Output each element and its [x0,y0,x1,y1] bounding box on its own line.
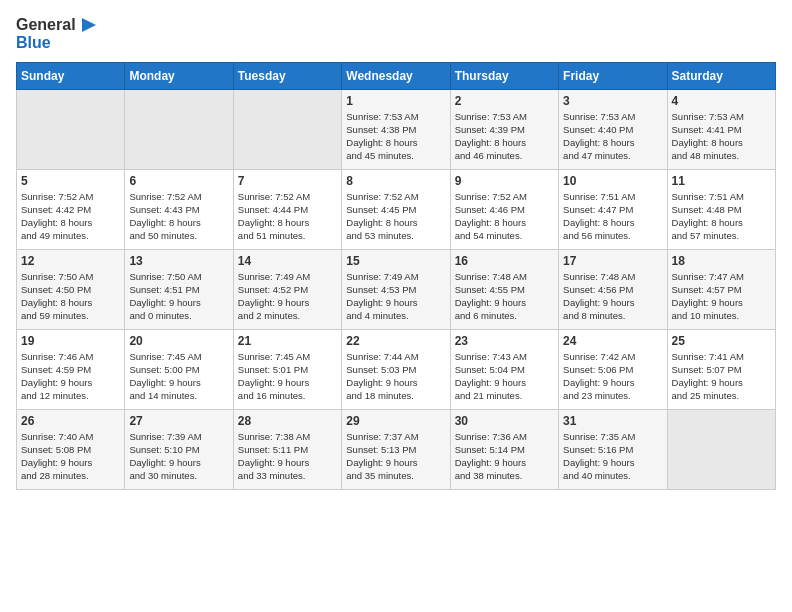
day-number: 28 [238,414,337,428]
day-number: 12 [21,254,120,268]
logo: General Blue [16,16,96,52]
calendar-cell: 14Sunrise: 7:49 AM Sunset: 4:52 PM Dayli… [233,249,341,329]
calendar-week-row: 19Sunrise: 7:46 AM Sunset: 4:59 PM Dayli… [17,329,776,409]
calendar-cell: 24Sunrise: 7:42 AM Sunset: 5:06 PM Dayli… [559,329,667,409]
day-info: Sunrise: 7:45 AM Sunset: 5:00 PM Dayligh… [129,350,228,403]
day-number: 17 [563,254,662,268]
calendar-cell: 11Sunrise: 7:51 AM Sunset: 4:48 PM Dayli… [667,169,775,249]
calendar-cell [17,89,125,169]
calendar-cell: 3Sunrise: 7:53 AM Sunset: 4:40 PM Daylig… [559,89,667,169]
calendar-cell: 21Sunrise: 7:45 AM Sunset: 5:01 PM Dayli… [233,329,341,409]
calendar-cell: 1Sunrise: 7:53 AM Sunset: 4:38 PM Daylig… [342,89,450,169]
day-number: 14 [238,254,337,268]
weekday-header-tuesday: Tuesday [233,62,341,89]
day-info: Sunrise: 7:52 AM Sunset: 4:46 PM Dayligh… [455,190,554,243]
calendar-cell: 31Sunrise: 7:35 AM Sunset: 5:16 PM Dayli… [559,409,667,489]
day-number: 22 [346,334,445,348]
day-info: Sunrise: 7:46 AM Sunset: 4:59 PM Dayligh… [21,350,120,403]
logo-general: General [16,16,76,34]
day-info: Sunrise: 7:38 AM Sunset: 5:11 PM Dayligh… [238,430,337,483]
day-number: 3 [563,94,662,108]
calendar-cell: 17Sunrise: 7:48 AM Sunset: 4:56 PM Dayli… [559,249,667,329]
day-number: 9 [455,174,554,188]
calendar-cell [125,89,233,169]
day-info: Sunrise: 7:41 AM Sunset: 5:07 PM Dayligh… [672,350,771,403]
day-number: 8 [346,174,445,188]
day-info: Sunrise: 7:40 AM Sunset: 5:08 PM Dayligh… [21,430,120,483]
calendar-cell: 2Sunrise: 7:53 AM Sunset: 4:39 PM Daylig… [450,89,558,169]
day-number: 21 [238,334,337,348]
day-info: Sunrise: 7:47 AM Sunset: 4:57 PM Dayligh… [672,270,771,323]
day-number: 7 [238,174,337,188]
day-info: Sunrise: 7:43 AM Sunset: 5:04 PM Dayligh… [455,350,554,403]
weekday-header-sunday: Sunday [17,62,125,89]
day-number: 6 [129,174,228,188]
calendar-cell: 27Sunrise: 7:39 AM Sunset: 5:10 PM Dayli… [125,409,233,489]
day-info: Sunrise: 7:53 AM Sunset: 4:40 PM Dayligh… [563,110,662,163]
day-info: Sunrise: 7:48 AM Sunset: 4:56 PM Dayligh… [563,270,662,323]
day-info: Sunrise: 7:53 AM Sunset: 4:41 PM Dayligh… [672,110,771,163]
day-info: Sunrise: 7:51 AM Sunset: 4:47 PM Dayligh… [563,190,662,243]
day-info: Sunrise: 7:52 AM Sunset: 4:45 PM Dayligh… [346,190,445,243]
calendar-cell: 25Sunrise: 7:41 AM Sunset: 5:07 PM Dayli… [667,329,775,409]
calendar-cell: 22Sunrise: 7:44 AM Sunset: 5:03 PM Dayli… [342,329,450,409]
day-number: 24 [563,334,662,348]
day-number: 31 [563,414,662,428]
weekday-header-friday: Friday [559,62,667,89]
calendar-week-row: 26Sunrise: 7:40 AM Sunset: 5:08 PM Dayli… [17,409,776,489]
day-number: 10 [563,174,662,188]
day-number: 4 [672,94,771,108]
calendar-cell: 5Sunrise: 7:52 AM Sunset: 4:42 PM Daylig… [17,169,125,249]
day-number: 19 [21,334,120,348]
calendar-cell: 16Sunrise: 7:48 AM Sunset: 4:55 PM Dayli… [450,249,558,329]
day-number: 27 [129,414,228,428]
day-info: Sunrise: 7:49 AM Sunset: 4:52 PM Dayligh… [238,270,337,323]
day-info: Sunrise: 7:53 AM Sunset: 4:38 PM Dayligh… [346,110,445,163]
weekday-header-row: SundayMondayTuesdayWednesdayThursdayFrid… [17,62,776,89]
day-number: 16 [455,254,554,268]
day-number: 26 [21,414,120,428]
day-number: 29 [346,414,445,428]
calendar-cell: 20Sunrise: 7:45 AM Sunset: 5:00 PM Dayli… [125,329,233,409]
day-number: 15 [346,254,445,268]
weekday-header-monday: Monday [125,62,233,89]
calendar-cell: 10Sunrise: 7:51 AM Sunset: 4:47 PM Dayli… [559,169,667,249]
calendar-cell: 13Sunrise: 7:50 AM Sunset: 4:51 PM Dayli… [125,249,233,329]
calendar-week-row: 12Sunrise: 7:50 AM Sunset: 4:50 PM Dayli… [17,249,776,329]
calendar-week-row: 1Sunrise: 7:53 AM Sunset: 4:38 PM Daylig… [17,89,776,169]
day-info: Sunrise: 7:45 AM Sunset: 5:01 PM Dayligh… [238,350,337,403]
day-info: Sunrise: 7:49 AM Sunset: 4:53 PM Dayligh… [346,270,445,323]
weekday-header-thursday: Thursday [450,62,558,89]
day-info: Sunrise: 7:39 AM Sunset: 5:10 PM Dayligh… [129,430,228,483]
day-info: Sunrise: 7:52 AM Sunset: 4:42 PM Dayligh… [21,190,120,243]
calendar-cell [233,89,341,169]
page-header: General Blue [16,16,776,52]
svg-marker-0 [82,18,96,32]
calendar-cell: 18Sunrise: 7:47 AM Sunset: 4:57 PM Dayli… [667,249,775,329]
day-info: Sunrise: 7:42 AM Sunset: 5:06 PM Dayligh… [563,350,662,403]
day-number: 2 [455,94,554,108]
calendar-cell: 7Sunrise: 7:52 AM Sunset: 4:44 PM Daylig… [233,169,341,249]
day-info: Sunrise: 7:51 AM Sunset: 4:48 PM Dayligh… [672,190,771,243]
day-info: Sunrise: 7:36 AM Sunset: 5:14 PM Dayligh… [455,430,554,483]
calendar-cell: 12Sunrise: 7:50 AM Sunset: 4:50 PM Dayli… [17,249,125,329]
day-number: 5 [21,174,120,188]
calendar-cell: 28Sunrise: 7:38 AM Sunset: 5:11 PM Dayli… [233,409,341,489]
day-info: Sunrise: 7:52 AM Sunset: 4:44 PM Dayligh… [238,190,337,243]
day-info: Sunrise: 7:48 AM Sunset: 4:55 PM Dayligh… [455,270,554,323]
day-number: 1 [346,94,445,108]
logo-arrow-icon [78,16,96,34]
weekday-header-wednesday: Wednesday [342,62,450,89]
calendar-cell: 29Sunrise: 7:37 AM Sunset: 5:13 PM Dayli… [342,409,450,489]
weekday-header-saturday: Saturday [667,62,775,89]
calendar-cell: 30Sunrise: 7:36 AM Sunset: 5:14 PM Dayli… [450,409,558,489]
day-info: Sunrise: 7:50 AM Sunset: 4:50 PM Dayligh… [21,270,120,323]
day-number: 23 [455,334,554,348]
calendar-cell: 4Sunrise: 7:53 AM Sunset: 4:41 PM Daylig… [667,89,775,169]
calendar-cell: 8Sunrise: 7:52 AM Sunset: 4:45 PM Daylig… [342,169,450,249]
day-info: Sunrise: 7:35 AM Sunset: 5:16 PM Dayligh… [563,430,662,483]
calendar-cell [667,409,775,489]
day-number: 18 [672,254,771,268]
calendar-cell: 9Sunrise: 7:52 AM Sunset: 4:46 PM Daylig… [450,169,558,249]
day-info: Sunrise: 7:44 AM Sunset: 5:03 PM Dayligh… [346,350,445,403]
